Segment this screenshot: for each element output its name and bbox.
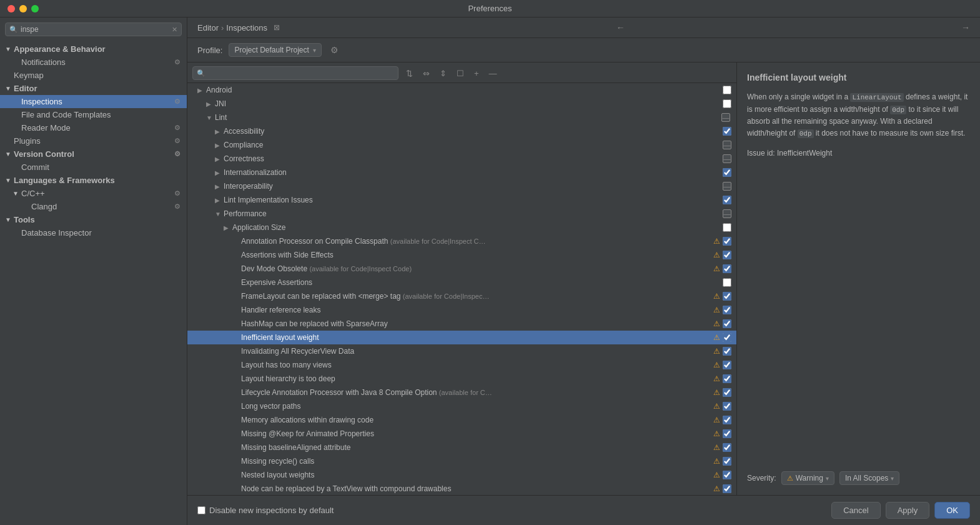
internationalization-checkbox[interactable] — [723, 168, 731, 177]
search-input-wrapper[interactable]: 🔍 ✕ — [5, 22, 182, 36]
insp-row-handler-leaks[interactable]: Handler reference leaks ⚠ — [187, 303, 736, 317]
memory-alloc-checkbox[interactable] — [723, 416, 731, 424]
sidebar-item-reader-mode[interactable]: Reader Mode ⚙ — [0, 121, 187, 134]
insp-row-missing-recycle[interactable]: Missing recycle() calls ⚠ — [187, 454, 736, 468]
insp-group-jni[interactable]: ▶ JNI — [187, 97, 736, 111]
insp-row-annotation-processor[interactable]: Annotation Processor on Compile Classpat… — [187, 234, 736, 248]
cancel-button[interactable]: Cancel — [831, 502, 880, 519]
annotation-processor-checkbox[interactable] — [723, 237, 731, 246]
sidebar-item-database-inspector[interactable]: Database Inspector — [0, 226, 187, 239]
android-checkbox[interactable] — [723, 86, 731, 94]
missing-recycle-checkbox[interactable] — [723, 457, 731, 466]
insp-group-correctness[interactable]: ▶ Correctness — — [187, 152, 736, 166]
sidebar-item-file-code-templates[interactable]: File and Code Templates — [0, 108, 187, 121]
sidebar-item-plugins[interactable]: Plugins ⚙ — [0, 134, 187, 148]
lifecycle-annotation-checkbox[interactable] — [723, 388, 731, 397]
app-size-checkbox[interactable] — [723, 223, 731, 232]
dev-mode-checkbox[interactable] — [723, 264, 731, 273]
lint-checkbox-minus[interactable]: — — [721, 113, 730, 122]
search-input[interactable] — [21, 25, 172, 34]
sidebar-item-appearance[interactable]: ▼ Appearance & Behavior — [0, 42, 187, 56]
insp-row-layout-too-many-views[interactable]: Layout has too many views ⚠ — [187, 358, 736, 372]
missing-baseline-checkbox[interactable] — [723, 443, 731, 452]
insp-row-expensive-assertions[interactable]: Expensive Assertions — [187, 276, 736, 289]
sidebar-item-inspections[interactable]: Inspections ⚙ — [0, 95, 187, 108]
severity-dropdown[interactable]: ⚠ Warning ▾ — [781, 471, 834, 485]
framelayout-checkbox[interactable] — [723, 292, 731, 301]
filter-icon[interactable]: ⇅ — [403, 68, 415, 79]
insp-row-hashmap[interactable]: HashMap can be replaced with SparseArray… — [187, 317, 736, 331]
assertions-side-checkbox[interactable] — [723, 251, 731, 259]
sidebar-item-tools[interactable]: ▼ Tools — [0, 213, 187, 226]
insp-row-invalidating-recyclerview[interactable]: Invalidating All RecyclerView Data ⚠ — [187, 344, 736, 358]
sidebar-item-commit[interactable]: Commit — [0, 161, 187, 174]
long-vector-paths-checkbox[interactable] — [723, 402, 731, 411]
handler-leaks-checkbox[interactable] — [723, 306, 731, 314]
insp-row-app-size[interactable]: ▶ Application Size — [187, 221, 736, 234]
insp-group-interoperability[interactable]: ▶ Interoperability — — [187, 179, 736, 193]
sidebar-item-notifications[interactable]: Notifications ⚙ — [0, 56, 187, 69]
group-icon[interactable]: ☐ — [454, 68, 467, 79]
missing-keep-checkbox[interactable] — [723, 429, 731, 438]
collapse-all-icon[interactable]: ⇕ — [437, 68, 449, 79]
insp-row-lifecycle-annotation[interactable]: Lifecycle Annotation Processor with Java… — [187, 386, 736, 399]
close-button[interactable] — [7, 5, 15, 12]
insp-row-framelayout[interactable]: FrameLayout can be replaced with <merge>… — [187, 289, 736, 303]
profile-select-dropdown[interactable]: Project Default Project ▾ — [229, 43, 321, 57]
back-icon[interactable]: ← — [616, 22, 625, 32]
insp-row-missing-baseline[interactable]: Missing baselineAligned attribute ⚠ — [187, 441, 736, 454]
forward-icon[interactable]: → — [961, 22, 970, 32]
insp-row-memory-alloc[interactable]: Memory allocations within drawing code ⚠ — [187, 413, 736, 427]
inefficient-layout-checkbox[interactable] — [723, 333, 731, 342]
invalidating-recyclerview-checkbox[interactable] — [723, 347, 731, 356]
layout-hierarchy-deep-checkbox[interactable] — [723, 374, 731, 383]
insp-group-accessibility[interactable]: ▶ Accessibility — [187, 124, 736, 138]
insp-row-dev-mode[interactable]: Dev Mode Obsolete (available for Code|In… — [187, 262, 736, 276]
expensive-assertions-checkbox[interactable] — [723, 278, 731, 287]
ok-button[interactable]: OK — [934, 502, 970, 519]
insp-row-layout-hierarchy-deep[interactable]: Layout hierarchy is too deep ⚠ — [187, 372, 736, 386]
jni-checkbox[interactable] — [723, 99, 731, 108]
apply-button[interactable]: Apply — [886, 502, 930, 519]
layout-too-many-views-checkbox[interactable] — [723, 361, 731, 369]
nested-layout-weights-checkbox[interactable] — [723, 471, 731, 479]
sidebar-item-cpp[interactable]: ▼ C/C++ ⚙ — [0, 187, 187, 200]
add-icon[interactable]: + — [472, 68, 482, 79]
disable-new-inspections-checkbox[interactable] — [197, 506, 205, 514]
insp-row-inefficient-layout[interactable]: Inefficient layout weight ⚠ — [187, 331, 736, 344]
insp-group-android[interactable]: ▶ Android — [187, 83, 736, 97]
minimize-button[interactable] — [19, 5, 27, 12]
filter-input-wrapper[interactable]: 🔍 — [192, 66, 398, 80]
sidebar-item-languages[interactable]: ▼ Languages & Frameworks — [0, 174, 187, 187]
insp-row-nested-layout-weights[interactable]: Nested layout weights ⚠ — [187, 468, 736, 482]
insp-group-performance[interactable]: ▼ Performance — — [187, 207, 736, 221]
insp-row-assertions-side[interactable]: Assertions with Side Effects ⚠ — [187, 248, 736, 262]
sidebar-item-version-control[interactable]: ▼ Version Control ⚙ — [0, 148, 187, 161]
correctness-checkbox-minus[interactable]: — — [723, 154, 731, 163]
insp-group-lint[interactable]: ▼ Lint — — [187, 111, 736, 124]
insp-row-long-vector-paths[interactable]: Long vector paths ⚠ — [187, 399, 736, 413]
profile-gear-icon[interactable]: ⚙ — [328, 44, 341, 56]
lint-impl-checkbox[interactable] — [723, 196, 731, 204]
insp-group-internationalization[interactable]: ▶ Internationalization — [187, 166, 736, 179]
pin-tab-icon[interactable]: ⊠ — [274, 23, 280, 32]
interoperability-checkbox-minus[interactable]: — — [723, 182, 731, 191]
insp-row-missing-keep[interactable]: Missing @Keep for Animated Properties ⚠ — [187, 427, 736, 441]
performance-checkbox-minus[interactable]: — — [723, 209, 731, 218]
clear-search-icon[interactable]: ✕ — [172, 26, 177, 34]
insp-group-compliance[interactable]: ▶ Compliance — — [187, 138, 736, 152]
accessibility-checkbox[interactable] — [723, 127, 731, 136]
scope-dropdown[interactable]: In All Scopes ▾ — [839, 471, 899, 485]
sidebar-item-keymap[interactable]: Keymap — [0, 69, 187, 82]
node-textview-checkbox[interactable] — [723, 484, 731, 493]
maximize-button[interactable] — [31, 5, 39, 12]
insp-row-node-textview[interactable]: Node can be replaced by a TextView with … — [187, 482, 736, 495]
sidebar-item-editor[interactable]: ▼ Editor — [0, 82, 187, 95]
hashmap-checkbox[interactable] — [723, 319, 731, 328]
remove-icon[interactable]: — — [487, 68, 500, 79]
sidebar-item-clangd[interactable]: Clangd ⚙ — [0, 200, 187, 213]
expand-all-icon[interactable]: ⇔ — [420, 68, 432, 79]
filter-input[interactable] — [208, 69, 394, 78]
compliance-checkbox-minus[interactable]: — — [723, 141, 731, 149]
insp-group-lint-impl[interactable]: ▶ Lint Implementation Issues — [187, 193, 736, 207]
